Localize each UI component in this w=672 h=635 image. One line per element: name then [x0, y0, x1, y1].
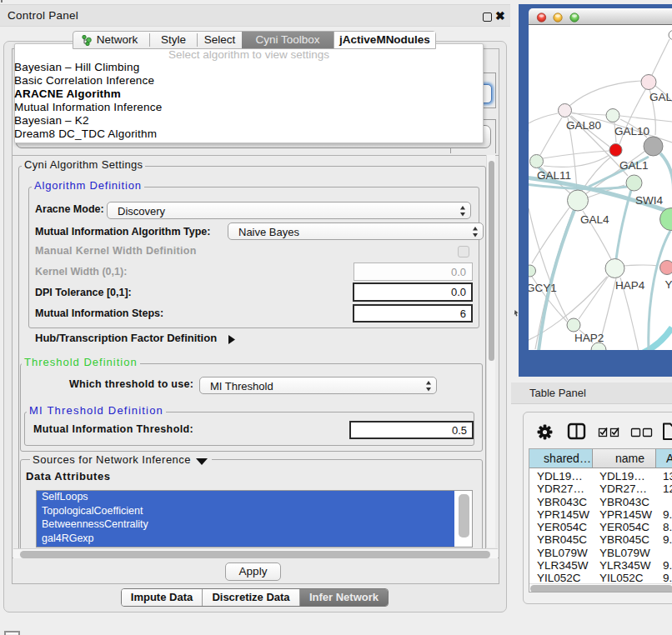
- svg-text:HAP2: HAP2: [574, 332, 604, 344]
- svg-text:GAL4: GAL4: [580, 213, 609, 226]
- svg-text:GAL: GAL: [649, 91, 672, 103]
- svg-text:HAP4: HAP4: [615, 279, 645, 292]
- svg-text:GAL10: GAL10: [614, 125, 649, 138]
- svg-text:GAL80: GAL80: [566, 119, 601, 132]
- svg-text:SWI4: SWI4: [635, 194, 663, 207]
- svg-text:GAL11: GAL11: [537, 169, 571, 182]
- svg-text:GAL1: GAL1: [619, 159, 649, 172]
- svg-text:Y: Y: [665, 278, 672, 291]
- svg-text:GCY1: GCY1: [529, 282, 557, 294]
